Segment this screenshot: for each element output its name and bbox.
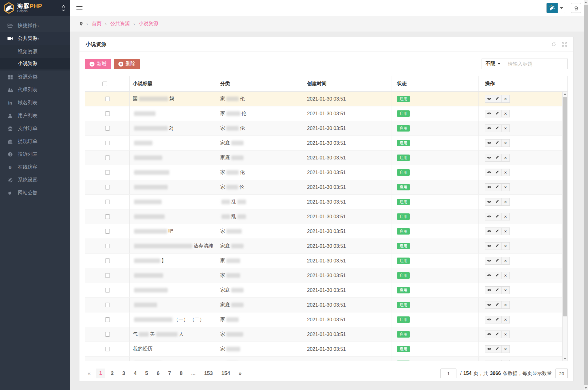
page-button[interactable]: 6 — [154, 369, 162, 378]
delete-row-button[interactable]: ✕ — [502, 183, 510, 191]
delete-row-button[interactable]: ✕ — [502, 331, 510, 338]
status-badge[interactable]: 启用 — [397, 184, 410, 190]
edit-button[interactable] — [493, 228, 502, 235]
row-checkbox[interactable] — [105, 111, 110, 116]
select-all-checkbox[interactable] — [102, 82, 107, 86]
breadcrumb-link[interactable]: 首页 — [92, 21, 102, 27]
sidebar-item-online-visitors[interactable]: e在线访客 — [0, 161, 70, 174]
delete-row-button[interactable]: ✕ — [502, 360, 510, 361]
row-checkbox[interactable] — [105, 200, 110, 204]
view-button[interactable] — [485, 183, 493, 191]
table-scrollbar[interactable] — [562, 92, 567, 361]
row-checkbox[interactable] — [105, 303, 110, 307]
page-scrollbar[interactable] — [584, 0, 588, 390]
view-button[interactable] — [485, 213, 493, 220]
table-scrollbar-thumb[interactable] — [563, 97, 567, 316]
page-button[interactable]: 4 — [131, 369, 139, 378]
edit-button[interactable] — [493, 183, 502, 191]
fullscreen-icon[interactable] — [562, 42, 567, 47]
page-button[interactable]: 5 — [142, 369, 151, 378]
edit-button[interactable] — [493, 286, 502, 294]
view-button[interactable] — [485, 331, 493, 338]
scroll-up-icon[interactable] — [584, 0, 588, 4]
sidebar-item-agent-list[interactable]: 代理列表 — [0, 83, 70, 96]
status-badge[interactable]: 启用 — [397, 140, 410, 146]
row-checkbox[interactable] — [105, 288, 110, 292]
status-badge[interactable]: 启用 — [397, 125, 410, 132]
hamburger-menu-icon[interactable] — [76, 6, 83, 10]
edit-button[interactable] — [493, 213, 502, 220]
row-checkbox[interactable] — [105, 317, 110, 322]
status-badge[interactable]: 启用 — [397, 96, 410, 102]
status-badge[interactable]: 启用 — [397, 169, 410, 176]
page-scrollbar-thumb[interactable] — [584, 5, 588, 385]
sidebar-item-user-list[interactable]: 用户列表 — [0, 109, 70, 122]
edit-button[interactable] — [493, 345, 502, 353]
row-checkbox[interactable] — [105, 126, 110, 131]
search-input[interactable] — [504, 59, 568, 69]
row-checkbox[interactable] — [105, 258, 110, 263]
edit-button[interactable] — [493, 360, 502, 361]
page-button[interactable]: 7 — [165, 369, 174, 378]
page-button[interactable]: 2 — [108, 369, 116, 378]
view-button[interactable] — [485, 154, 493, 162]
user-avatar[interactable] — [547, 3, 558, 13]
edit-button[interactable] — [493, 154, 502, 162]
page-number-input[interactable] — [440, 369, 456, 378]
edit-button[interactable] — [493, 257, 502, 265]
row-checkbox[interactable] — [105, 229, 110, 234]
page-button[interactable]: 154 — [219, 369, 233, 378]
edit-button[interactable] — [493, 198, 502, 206]
delete-row-button[interactable]: ✕ — [502, 316, 510, 323]
edit-button[interactable] — [493, 95, 502, 103]
edit-button[interactable] — [493, 139, 502, 147]
edit-button[interactable] — [493, 272, 502, 279]
row-checkbox[interactable] — [105, 347, 110, 351]
sidebar-item-quick-actions[interactable]: 快捷操作‹ — [0, 19, 70, 32]
edit-button[interactable] — [493, 124, 502, 132]
row-checkbox[interactable] — [105, 97, 110, 101]
view-button[interactable] — [485, 360, 493, 361]
view-button[interactable] — [485, 228, 493, 235]
status-badge[interactable]: 启用 — [397, 228, 410, 235]
page-button[interactable]: 3 — [119, 369, 128, 378]
view-button[interactable] — [485, 95, 493, 103]
sidebar-item-resource-categories[interactable]: 资源分类‹ — [0, 71, 70, 83]
edit-button[interactable] — [493, 331, 502, 338]
view-button[interactable] — [485, 139, 493, 147]
delete-row-button[interactable]: ✕ — [502, 154, 510, 162]
sidebar-item-withdraw-orders[interactable]: 提现订单 — [0, 135, 70, 148]
row-checkbox[interactable] — [105, 332, 110, 337]
edit-button[interactable] — [493, 301, 502, 309]
sidebar-item-system-settings[interactable]: 系统设置‹ — [0, 174, 70, 186]
edit-button[interactable] — [493, 316, 502, 323]
view-button[interactable] — [485, 316, 493, 323]
edit-button[interactable] — [493, 110, 502, 117]
page-button[interactable]: 8 — [177, 369, 185, 378]
view-button[interactable] — [485, 257, 493, 265]
edit-button[interactable] — [493, 169, 502, 176]
chevron-down-icon[interactable] — [558, 3, 565, 13]
status-badge[interactable]: 启用 — [397, 331, 410, 338]
breadcrumb-link[interactable]: 小说资源 — [139, 21, 158, 27]
scroll-down-icon[interactable] — [563, 357, 567, 361]
status-badge[interactable]: 启用 — [397, 213, 410, 220]
view-button[interactable] — [485, 169, 493, 176]
delete-button[interactable]: ✕ 删除 — [114, 59, 140, 69]
delete-row-button[interactable]: ✕ — [502, 213, 510, 220]
row-checkbox[interactable] — [105, 141, 110, 145]
edit-button[interactable] — [493, 242, 502, 250]
delete-row-button[interactable]: ✕ — [502, 124, 510, 132]
refresh-icon[interactable] — [551, 42, 556, 47]
sidebar-item-domain-list[interactable]: in域名列表 — [0, 96, 70, 109]
delete-row-button[interactable]: ✕ — [502, 110, 510, 117]
filter-dropdown[interactable]: 不限 — [482, 59, 504, 69]
delete-row-button[interactable]: ✕ — [502, 257, 510, 265]
scroll-down-icon[interactable] — [584, 386, 588, 390]
scroll-up-icon[interactable] — [563, 92, 567, 96]
view-button[interactable] — [485, 110, 493, 117]
view-button[interactable] — [485, 301, 493, 309]
delete-row-button[interactable]: ✕ — [502, 139, 510, 147]
sidebar-item-novel-resources[interactable]: 小说资源 — [0, 58, 70, 69]
view-button[interactable] — [485, 242, 493, 250]
